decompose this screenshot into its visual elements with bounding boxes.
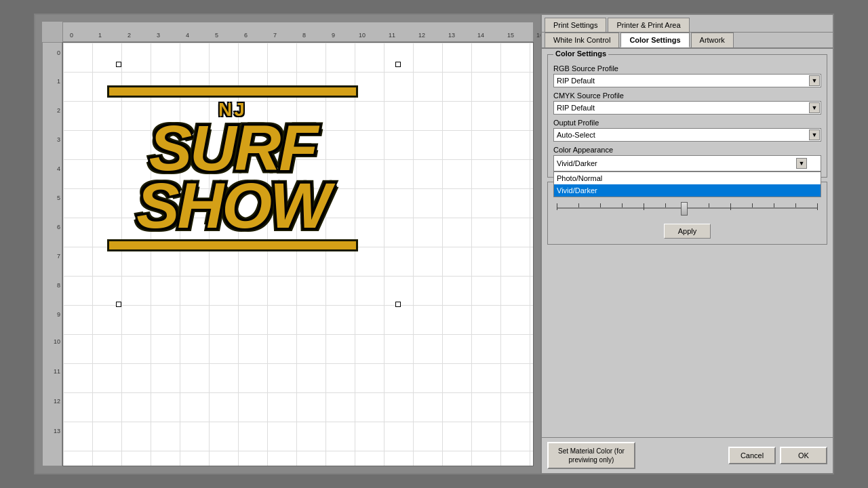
ruler-ltick-8: 8: [57, 282, 60, 289]
app-window: 0 1 2 3 4 5 6 7 8 9 10 11 12 13 14 15 16: [34, 14, 834, 474]
color-appearance-list: Photo/Normal Vivid/Darker: [553, 171, 821, 197]
output-profile-wrapper: Auto-Select ▼: [553, 128, 821, 142]
apply-btn-row: Apply: [553, 224, 821, 239]
brightness-slider-container: [553, 198, 821, 218]
ruler-tick-4: 4: [186, 32, 189, 39]
ruler-tick-3: 3: [157, 32, 160, 39]
ruler-tick-11: 11: [389, 32, 395, 39]
color-settings-group: Color Settings RGB Source Profile RIP De…: [547, 54, 827, 178]
ruler-tick-12: 12: [418, 32, 425, 39]
ruler-top: 0 1 2 3 4 5 6 7 8 9 10 11 12 13 14 15 16: [62, 22, 534, 42]
apply-button[interactable]: Apply: [664, 224, 711, 239]
ruler-tick-14: 14: [477, 32, 484, 39]
ruler-tick-13: 13: [448, 32, 455, 39]
color-appearance-option-photo[interactable]: Photo/Normal: [554, 172, 821, 184]
show-label: SHOW: [136, 177, 329, 235]
ruler-tick-9: 9: [332, 32, 335, 39]
slider-handle[interactable]: [681, 202, 688, 216]
surf-label: SURF: [149, 119, 317, 178]
color-appearance-label: Color Appearance: [553, 146, 821, 154]
canvas-surface: NJ SURF SHOW: [62, 42, 534, 466]
ruler-ltick-1: 1: [57, 78, 60, 85]
ruler-tick-7: 7: [273, 32, 277, 39]
rgb-source-label: RGB Source Profile: [553, 64, 821, 73]
right-panel: Print Settings Printer & Print Area Whit…: [540, 15, 833, 473]
ruler-tick-0: 0: [70, 32, 73, 39]
ruler-tick-10: 10: [359, 32, 366, 39]
tab-bar-second: White Ink Control Color Settings Artwork: [542, 33, 833, 49]
cmyk-source-label: CMYK Source Profile: [553, 92, 821, 100]
tab-white-ink-control[interactable]: White Ink Control: [545, 33, 619, 47]
ruler-ltick-2: 2: [57, 107, 60, 114]
cancel-button[interactable]: Cancel: [728, 447, 776, 464]
tab-bar-top: Print Settings Printer & Print Area: [542, 15, 833, 33]
ruler-tick-8: 8: [302, 32, 306, 39]
selection-handle-bl[interactable]: [116, 302, 121, 307]
color-appearance-display[interactable]: Vivid/Darker ▼: [553, 155, 821, 171]
color-appearance-option-vivid[interactable]: Vivid/Darker: [554, 184, 821, 197]
surf-show-artwork: NJ SURF SHOW: [77, 56, 389, 280]
color-appearance-arrow: ▼: [796, 158, 807, 169]
cmyk-source-dropdown[interactable]: RIP Default: [553, 101, 821, 115]
selection-handle-br[interactable]: [395, 302, 401, 307]
ruler-ltick-0: 0: [57, 49, 60, 56]
bottom-decorative-bar: [107, 239, 358, 251]
canvas-area: 0 1 2 3 4 5 6 7 8 9 10 11 12 13 14 15 16: [35, 15, 540, 473]
selection-handle-tr[interactable]: [395, 62, 401, 67]
settings-content: Color Settings RGB Source Profile RIP De…: [542, 49, 833, 437]
ruler-left: 0 1 2 3 4 5 6 7 8 9 10 11 12 13: [42, 42, 62, 466]
ruler-tick-15: 15: [507, 32, 514, 39]
output-profile-label: Ouptut Profile: [553, 119, 821, 127]
tab-color-settings[interactable]: Color Settings: [620, 33, 689, 47]
tab-artwork[interactable]: Artwork: [691, 33, 734, 47]
ruler-tick-2: 2: [127, 32, 131, 39]
ruler-ltick-9: 9: [57, 311, 60, 318]
bottom-bar-buttons: Set Material Color (forpreviwing only) C…: [542, 437, 833, 473]
rgb-source-dropdown[interactable]: RIP Default: [553, 74, 821, 87]
ruler-tick-5: 5: [215, 32, 218, 39]
ruler-ltick-5: 5: [57, 195, 60, 201]
color-settings-group-label: Color Settings: [553, 49, 608, 58]
ruler-ltick-4: 4: [57, 165, 60, 172]
ruler-tick-1: 1: [98, 32, 102, 39]
ruler-tick-16: 16: [536, 32, 540, 39]
rgb-source-wrapper: RIP Default ▼: [553, 74, 821, 87]
ruler-tick-6: 6: [244, 32, 248, 39]
ruler-ltick-3: 3: [57, 136, 60, 143]
ruler-ltick-7: 7: [57, 253, 60, 260]
tab-printer-print-area[interactable]: Printer & Print Area: [608, 18, 689, 32]
ruler-ltick-11: 11: [54, 368, 60, 375]
color-appearance-wrapper: Vivid/Darker ▼ Photo/Normal Vivid/Darker: [553, 155, 821, 171]
set-material-color-button[interactable]: Set Material Color (forpreviwing only): [547, 442, 635, 469]
ruler-ltick-6: 6: [57, 224, 60, 230]
output-profile-dropdown[interactable]: Auto-Select: [553, 128, 821, 142]
top-decorative-bar: [107, 85, 358, 98]
ruler-ltick-10: 10: [54, 338, 60, 345]
ok-button[interactable]: OK: [780, 447, 827, 464]
nj-badge: NJ SURF SHOW: [97, 85, 368, 251]
ruler-corner: [42, 22, 62, 42]
color-appearance-value: Vivid/Darker: [557, 159, 597, 167]
tab-print-settings[interactable]: Print Settings: [545, 18, 606, 32]
cmyk-source-wrapper: RIP Default ▼: [553, 101, 821, 115]
ruler-ltick-12: 12: [54, 398, 60, 405]
ruler-ltick-13: 13: [54, 428, 60, 434]
